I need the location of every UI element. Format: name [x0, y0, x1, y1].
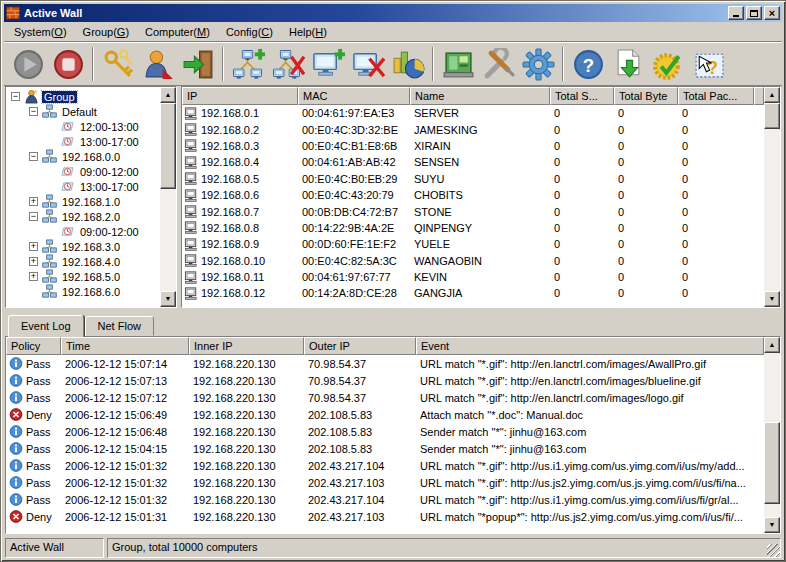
scroll-down-icon[interactable]: ▼	[160, 291, 176, 307]
event-row[interactable]: Deny2006-12-12 15:06:49192.168.220.13020…	[6, 406, 764, 423]
tree-expander-icon[interactable]: +	[29, 197, 38, 206]
event-time: 2006-12-12 15:01:32	[61, 477, 189, 489]
table-row[interactable]: 192.168.0.500:E0:4C:B0:EB:29SUYU000	[182, 171, 764, 187]
scrollbar-thumb[interactable]	[764, 103, 780, 129]
toolbar-add-computer-button[interactable]	[308, 45, 348, 83]
resize-grip[interactable]	[767, 544, 780, 557]
toolbar-keys-button[interactable]	[98, 45, 138, 83]
column-header-ip[interactable]: IP	[182, 87, 298, 105]
tree-item-192-168-1-0[interactable]: +192.168.1.0	[8, 194, 160, 209]
tree-expander-icon[interactable]: +	[29, 257, 38, 266]
event-log-vertical-scrollbar[interactable]: ▲ ▼	[764, 337, 780, 533]
column-header-event[interactable]: Event	[416, 337, 764, 355]
table-row[interactable]: 192.168.0.800:14:22:9B:4A:2EQINPENGY000	[182, 220, 764, 236]
tree-item-default[interactable]: −Default	[8, 104, 160, 119]
toolbar-context-help-button[interactable]	[688, 45, 728, 83]
toolbar-logout-button[interactable]	[178, 45, 218, 83]
tree-expander-icon[interactable]: −	[11, 92, 20, 101]
tab-event-log[interactable]: Event Log	[8, 315, 84, 337]
toolbar-devices-button[interactable]	[438, 45, 478, 83]
menu-group-g[interactable]: Group(G)	[75, 24, 137, 40]
title-bar[interactable]: Active Wall ×	[4, 4, 782, 22]
menu-config-c[interactable]: Config(C)	[218, 24, 281, 40]
toolbar-delete-computer-button[interactable]	[348, 45, 388, 83]
scrollbar-thumb[interactable]	[764, 422, 780, 504]
toolbar-statistics-button[interactable]	[388, 45, 428, 83]
scrollbar-thumb[interactable]	[160, 103, 176, 189]
column-header-time[interactable]: Time	[61, 337, 189, 355]
column-header-name[interactable]: Name	[410, 87, 550, 105]
event-row[interactable]: Pass2006-12-12 15:01:32192.168.220.13020…	[6, 457, 764, 474]
tree-item-09-00-12-00[interactable]: 09:00-12:00	[8, 224, 160, 239]
table-row[interactable]: 192.168.0.400:04:61:AB:AB:42SENSEN000	[182, 154, 764, 170]
column-header-mac[interactable]: MAC	[298, 87, 410, 105]
column-header-policy[interactable]: Policy	[6, 337, 61, 355]
menu-help-h[interactable]: Help(H)	[281, 24, 335, 40]
table-row[interactable]: 192.168.0.1200:14:2A:8D:CE:28GANGJIA000	[182, 285, 764, 301]
tree-item-09-00-12-00[interactable]: 09:00-12:00	[8, 164, 160, 179]
column-header-outer-ip[interactable]: Outer IP	[304, 337, 416, 355]
event-row[interactable]: Pass2006-12-12 15:07:13192.168.220.13070…	[6, 372, 764, 389]
event-row[interactable]: Pass2006-12-12 15:07:12192.168.220.13070…	[6, 389, 764, 406]
toolbar-export-log-button[interactable]	[608, 45, 648, 83]
toolbar-help-button[interactable]	[568, 45, 608, 83]
tree-expander-icon	[47, 167, 56, 176]
event-row[interactable]: Deny2006-12-12 15:01:31192.168.220.13020…	[6, 508, 764, 525]
tree-item-192-168-3-0[interactable]: +192.168.3.0	[8, 239, 160, 254]
table-row[interactable]: 192.168.0.200:E0:4C:3D:32:BEJAMESKING000	[182, 121, 764, 137]
tree-expander-icon[interactable]: −	[29, 107, 38, 116]
tree-expander-icon[interactable]: −	[29, 152, 38, 161]
tree-vertical-scrollbar[interactable]: ▲ ▼	[160, 87, 176, 307]
tree-item-group[interactable]: −Group	[8, 89, 160, 104]
table-row[interactable]: 192.168.0.300:E0:4C:B1:E8:6BXIRAIN000	[182, 138, 764, 154]
toolbar-user-button[interactable]	[138, 45, 178, 83]
table-row[interactable]: 192.168.0.1100:04:61:97:67:77KEVIN000	[182, 269, 764, 285]
toolbar-register-button[interactable]	[648, 45, 688, 83]
tree-expander-icon[interactable]: +	[29, 272, 38, 281]
menu-system-o[interactable]: System(O)	[6, 24, 75, 40]
toolbar-delete-group-button[interactable]	[268, 45, 308, 83]
toolbar-add-group-button[interactable]	[228, 45, 268, 83]
tree-item-12-00-13-00[interactable]: 12:00-13:00	[8, 119, 160, 134]
table-row[interactable]: 192.168.0.1000:E0:4C:82:5A:3CWANGAOBIN00…	[182, 253, 764, 269]
column-header-total-s[interactable]: Total S...	[550, 87, 614, 105]
scroll-up-icon[interactable]: ▲	[764, 87, 780, 103]
tree-item-192-168-0-0[interactable]: −192.168.0.0	[8, 149, 160, 164]
tree-expander-icon[interactable]: +	[29, 242, 38, 251]
delete-group-icon	[272, 48, 305, 81]
table-row[interactable]: 192.168.0.600:E0:4C:43:20:79CHOBITS000	[182, 187, 764, 203]
tab-net-flow[interactable]: Net Flow	[85, 316, 154, 336]
event-row[interactable]: Pass2006-12-12 15:07:14192.168.220.13070…	[6, 355, 764, 372]
event-row[interactable]: Pass2006-12-12 15:06:48192.168.220.13020…	[6, 423, 764, 440]
column-header-inner-ip[interactable]: Inner IP	[189, 337, 304, 355]
tree-item-192-168-4-0[interactable]: +192.168.4.0	[8, 254, 160, 269]
tree-item-13-00-17-00[interactable]: 13:00-17:00	[8, 134, 160, 149]
column-header-total-byte[interactable]: Total Byte	[614, 87, 678, 105]
computer-list-vertical-scrollbar[interactable]: ▲ ▼	[764, 87, 780, 307]
table-row[interactable]: 192.168.0.100:04:61:97:EA:E3SERVER000	[182, 105, 764, 121]
tree-item-192-168-5-0[interactable]: +192.168.5.0	[8, 269, 160, 284]
scroll-down-icon[interactable]: ▼	[764, 291, 780, 307]
close-button[interactable]: ×	[764, 6, 780, 20]
minimize-button[interactable]	[728, 6, 744, 20]
column-header-total-pac[interactable]: Total Pac...	[678, 87, 754, 105]
toolbar-tools-button[interactable]	[478, 45, 518, 83]
event-row[interactable]: Pass2006-12-12 15:01:32192.168.220.13020…	[6, 474, 764, 491]
tree-expander-icon[interactable]: −	[29, 212, 38, 221]
tree-item-13-00-17-00[interactable]: 13:00-17:00	[8, 179, 160, 194]
table-row[interactable]: 192.168.0.700:0B:DB:C4:72:B7STONE000	[182, 203, 764, 219]
toolbar-stop-button[interactable]	[48, 45, 88, 83]
event-row[interactable]: Pass2006-12-12 15:01:32192.168.220.13020…	[6, 491, 764, 508]
scroll-down-icon[interactable]: ▼	[764, 517, 780, 533]
event-row[interactable]: Pass2006-12-12 15:04:15192.168.220.13020…	[6, 440, 764, 457]
toolbar-settings-button[interactable]	[518, 45, 558, 83]
menu-computer-m[interactable]: Computer(M)	[137, 24, 218, 40]
table-row[interactable]: 192.168.0.900:0D:60:FE:1E:F2YUELE000	[182, 236, 764, 252]
tree-item-192-168-6-0[interactable]: 192.168.6.0	[8, 284, 160, 299]
toolbar-start-button[interactable]	[8, 45, 48, 83]
scroll-up-icon[interactable]: ▲	[764, 337, 780, 353]
computer-ip-cell: 192.168.0.2	[182, 123, 298, 136]
scroll-up-icon[interactable]: ▲	[160, 87, 176, 103]
tree-item-192-168-2-0[interactable]: −192.168.2.0	[8, 209, 160, 224]
maximize-button[interactable]	[746, 6, 762, 20]
